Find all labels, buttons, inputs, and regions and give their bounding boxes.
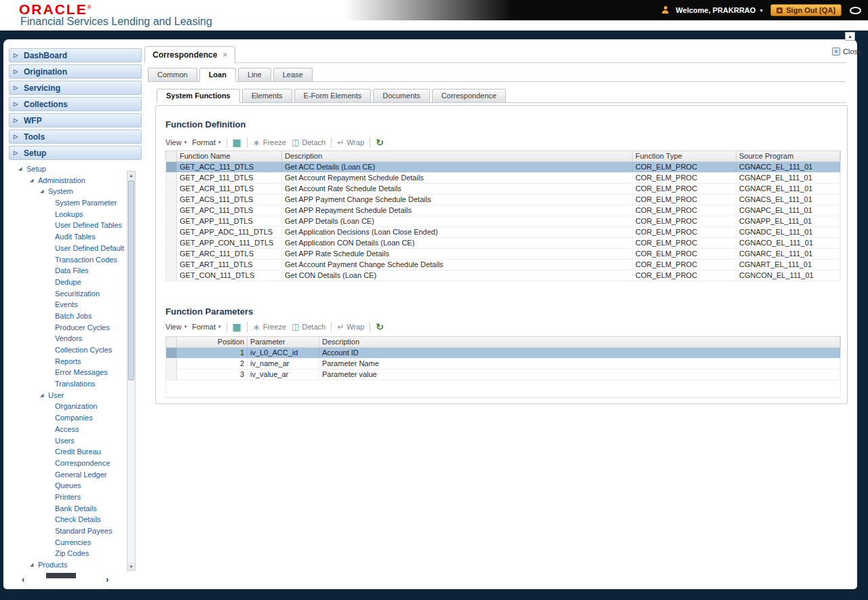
function-row[interactable]: GET_ACP_111_DTLS Get Account Repayment S… xyxy=(166,173,840,184)
tree-scrollbar[interactable]: ▲ ▼ xyxy=(127,171,136,571)
sub-tab[interactable]: Elements xyxy=(242,89,292,102)
expanded-node-icon[interactable]: ◢ xyxy=(40,186,48,197)
sidebar-section[interactable]: ▷ DashBoard xyxy=(9,48,142,62)
tree-item[interactable]: ◢ Administration xyxy=(9,175,142,186)
detach-button[interactable]: ◫Detach xyxy=(292,138,326,146)
function-row[interactable]: GET_APP_111_DTLS Get APP Details (Loan C… xyxy=(166,216,840,227)
function-row[interactable]: GET_APC_111_DTLS Get APP Repayment Sched… xyxy=(166,205,840,216)
tree-item[interactable]: ◢ Bank Details xyxy=(9,503,142,515)
row-selector[interactable] xyxy=(166,260,177,270)
close-button[interactable]: × Close xyxy=(832,47,862,56)
tree-item[interactable]: ◢ Data Files xyxy=(9,265,142,277)
format-menu[interactable]: Format▾ xyxy=(192,138,220,146)
function-row[interactable]: GET_ACS_111_DTLS Get APP Payment Change … xyxy=(166,195,840,205)
sidebar-section[interactable]: ▷ Origination xyxy=(9,64,142,79)
column-header[interactable]: Description xyxy=(282,151,633,161)
export-to-excel-icon[interactable]: ▦ xyxy=(233,322,241,332)
column-header[interactable]: Position xyxy=(177,337,248,347)
tree-item[interactable]: ◢ Companies xyxy=(9,412,142,424)
freeze-button[interactable]: ∗Freeze xyxy=(253,138,286,147)
tree-item[interactable]: ◢ Vendors xyxy=(9,333,142,344)
sidebar-section[interactable]: ▷ Servicing xyxy=(9,81,142,95)
tree-item[interactable]: ◢ Correspondence xyxy=(9,458,142,469)
tree-item[interactable]: ◢ Error Messages xyxy=(9,367,142,378)
function-row[interactable]: GET_CON_111_DTLS Get CON Details (Loan C… xyxy=(166,271,840,281)
expanded-node-icon[interactable]: ◢ xyxy=(40,390,48,401)
refresh-icon[interactable]: ↻ xyxy=(376,322,384,332)
column-header[interactable]: Function Name xyxy=(177,151,282,161)
tree-item[interactable]: ◢ Translations xyxy=(9,378,142,390)
row-selector[interactable] xyxy=(166,205,177,216)
tree-item[interactable]: ◢ Access xyxy=(9,424,142,435)
tab-correspondence[interactable]: Correspondence × xyxy=(144,46,235,63)
tree-item[interactable]: ◢ Currencies xyxy=(9,537,142,548)
tab-close-icon[interactable]: × xyxy=(222,50,227,60)
tree-item[interactable]: ◢ Audit Tables xyxy=(9,231,142,243)
parameter-row[interactable]: 3 iv_value_ar Parameter value xyxy=(166,369,840,380)
sidebar-section[interactable]: ▷ Collections xyxy=(9,97,142,111)
sidebar-section[interactable]: ▷ Tools xyxy=(9,129,142,144)
module-tab[interactable]: Common xyxy=(148,68,197,81)
tree-item[interactable]: ◢ Collection Cycles xyxy=(9,344,142,356)
module-tab[interactable]: Loan xyxy=(199,68,236,82)
sub-tab[interactable]: E-Form Elements xyxy=(294,89,372,102)
view-menu[interactable]: View▾ xyxy=(165,138,186,146)
tree-item[interactable]: ◢ System xyxy=(9,186,142,197)
tree-item[interactable]: ◢ General Ledger xyxy=(9,469,142,481)
tree-item[interactable]: ◢ Setup xyxy=(9,163,142,175)
sidebar-section-setup[interactable]: ▷ Setup xyxy=(9,146,142,160)
format-menu[interactable]: Format▾ xyxy=(192,323,220,331)
sub-tab[interactable]: Documents xyxy=(373,89,430,102)
refresh-icon[interactable]: ↻ xyxy=(376,138,384,147)
row-selector[interactable] xyxy=(166,238,177,248)
column-header[interactable]: Source Program xyxy=(736,151,840,161)
detach-button[interactable]: ◫Detach xyxy=(292,323,326,331)
function-row[interactable]: GET_APP_CON_111_DTLS Get Application CON… xyxy=(166,238,840,249)
tree-item[interactable]: ◢ Transaction Codes xyxy=(9,254,142,266)
function-row[interactable]: GET_ACR_111_DTLS Get Account Rate Schedu… xyxy=(166,184,840,195)
tree-item[interactable]: ◢ Check Details xyxy=(9,514,142,525)
row-selector[interactable] xyxy=(166,184,177,194)
tree-item[interactable]: ◢ Dedupe xyxy=(9,277,142,288)
expanded-node-icon[interactable]: ◢ xyxy=(30,175,38,186)
parameter-row[interactable]: 2 iv_name_ar Parameter Name xyxy=(166,359,840,369)
wrap-button[interactable]: ↵Wrap xyxy=(337,138,364,146)
row-selector[interactable] xyxy=(166,162,177,172)
function-row[interactable]: GET_ARC_111_DTLS Get APP Rate Schedule D… xyxy=(166,249,840,260)
row-selector[interactable] xyxy=(166,173,177,183)
scrollbar-thumb[interactable] xyxy=(128,180,134,380)
freeze-button[interactable]: ∗Freeze xyxy=(253,323,286,332)
tree-item[interactable]: ◢ User xyxy=(9,390,142,401)
expanded-node-icon[interactable]: ◢ xyxy=(30,559,38,571)
sub-tab[interactable]: Correspondence xyxy=(432,89,506,102)
column-header[interactable]: Description xyxy=(319,337,840,347)
header-oval-icon[interactable] xyxy=(850,7,861,14)
tree-item[interactable]: ◢ System Parameter xyxy=(9,197,142,209)
sidebar-section[interactable]: ▷ WFP xyxy=(9,113,142,127)
column-header[interactable]: Function Type xyxy=(633,151,736,161)
row-selector[interactable] xyxy=(166,271,177,281)
module-tab[interactable]: Line xyxy=(238,68,271,81)
column-header[interactable]: Parameter xyxy=(248,337,319,347)
sign-out-button[interactable]: Sign Out [QA] xyxy=(770,4,842,16)
module-tab[interactable]: Lease xyxy=(273,68,313,81)
scrollbar-up-icon[interactable]: ▲ xyxy=(127,172,135,179)
row-selector[interactable] xyxy=(166,359,177,369)
tree-item[interactable]: ◢ Credit Bureau xyxy=(9,446,142,458)
tree-item[interactable]: ◢ User Defined Default xyxy=(9,243,142,254)
tree-item-clipped[interactable] xyxy=(46,573,76,578)
parameter-row[interactable]: 1 iv_L0_ACC_id Account ID xyxy=(166,348,840,359)
row-selector[interactable] xyxy=(166,227,177,237)
wrap-button[interactable]: ↵Wrap xyxy=(337,323,364,331)
row-selector[interactable] xyxy=(166,369,177,380)
tree-item[interactable]: ◢ Queues xyxy=(9,480,142,492)
tree-item[interactable]: ◢ Events xyxy=(9,299,142,311)
welcome-user-menu[interactable]: Welcome, PRAKRRAO▼ xyxy=(676,6,764,14)
scroll-left-icon[interactable]: ‹ xyxy=(22,574,24,584)
tree-item[interactable]: ◢ Batch Jobs xyxy=(9,311,142,322)
tree-item[interactable]: ◢ Securitization xyxy=(9,288,142,300)
tree-item[interactable]: ◢ Reports xyxy=(9,356,142,367)
row-selector[interactable] xyxy=(166,249,177,259)
tree-item[interactable]: ◢ User Defined Tables xyxy=(9,220,142,231)
expanded-node-icon[interactable]: ◢ xyxy=(18,163,26,175)
